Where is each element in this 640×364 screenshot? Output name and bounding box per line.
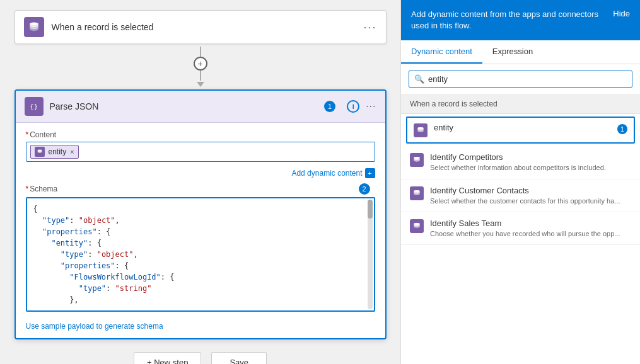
parse-title: Parse JSON [50, 101, 325, 111]
panel-item-sales-team[interactable]: Identify Sales Team Choose whether you h… [401, 212, 640, 245]
add-dynamic-row: Add dynamic content + [26, 168, 375, 178]
panel-item-identify-competitors[interactable]: Identify Competitors Select whether info… [401, 146, 640, 179]
right-panel: Add dynamic content from the apps and co… [400, 0, 640, 364]
info-button[interactable]: i [347, 100, 359, 113]
database-icon [28, 21, 40, 33]
sample-payload-link[interactable]: Use sample payload to generate schema [26, 322, 163, 331]
panel-item-icon-entity [414, 123, 428, 137]
add-step-button[interactable]: + [194, 57, 207, 71]
panel-section-label: When a record is selected [401, 94, 640, 114]
parse-json-card: {} Parse JSON 1 i ··· *Content [15, 89, 387, 339]
parse-card-header: {} Parse JSON 1 i ··· [16, 91, 385, 123]
panel-item-title-contacts: Identify Customer Contacts [430, 186, 631, 195]
panel-item-content-competitors: Identify Competitors Select whether info… [430, 152, 631, 172]
panel-item-content-sales: Identify Sales Team Choose whether you h… [430, 219, 631, 238]
connector-line [200, 47, 201, 57]
new-step-button[interactable]: + New step [134, 352, 201, 364]
search-input[interactable] [428, 74, 627, 84]
entity-item-icon [416, 126, 425, 135]
svg-text:{}: {} [30, 103, 38, 111]
panel-item-icon-contacts [410, 186, 424, 200]
search-area: 🔍 [401, 64, 640, 94]
entity-tag-icon [35, 147, 45, 157]
panel-item-desc-sales: Choose whether you have recorded who wil… [430, 229, 631, 238]
bottom-actions: + New step Save [134, 352, 267, 364]
save-button[interactable]: Save [211, 352, 267, 364]
entity-icon-svg [37, 149, 43, 155]
sales-icon [412, 222, 421, 230]
panel-item-icon-competitors [410, 153, 424, 167]
parse-icon-svg: {} [29, 101, 39, 111]
panel-item-title-competitors: Identify Competitors [430, 152, 631, 162]
search-icon: 🔍 [414, 74, 424, 84]
schema-scrollbar-thumb [368, 200, 373, 219]
content-required-mark: * [26, 130, 29, 139]
left-panel: When a record is selected ··· + {} Parse… [0, 0, 400, 364]
panel-item-desc-contacts: Select whether the customer contacts for… [430, 196, 631, 205]
trigger-card: When a record is selected ··· [15, 10, 387, 44]
parse-icon: {} [25, 97, 44, 116]
right-panel-header-text: Add dynamic content from the apps and co… [411, 9, 603, 31]
panel-item-icon-sales [410, 219, 424, 233]
panel-item-content-entity: entity [434, 123, 611, 134]
parse-card-body: *Content entity × [16, 123, 385, 338]
entity-tag-label: entity [49, 147, 67, 156]
panel-item-title-sales: Identify Sales Team [430, 219, 631, 228]
tab-expression[interactable]: Expression [482, 40, 543, 64]
trigger-icon [24, 17, 44, 37]
add-dynamic-link[interactable]: Add dynamic content [291, 169, 362, 178]
schema-label: *Schema 2 [26, 183, 375, 195]
schema-area[interactable]: { "type": "object", "properties": { "ent… [26, 197, 375, 312]
contacts-icon [412, 189, 421, 198]
connector-line-2 [200, 71, 201, 81]
trigger-menu-button[interactable]: ··· [363, 21, 376, 34]
trigger-title: When a record is selected [52, 22, 364, 32]
hide-button[interactable]: Hide [613, 9, 630, 18]
content-label: *Content [26, 130, 375, 139]
parse-header-actions: 1 i ··· [324, 100, 376, 113]
entity-tag: entity × [30, 145, 79, 159]
competitors-icon [412, 156, 421, 164]
add-dynamic-icon[interactable]: + [365, 168, 375, 178]
panel-item-content-contacts: Identify Customer Contacts Select whethe… [430, 186, 631, 205]
connector-arrow [197, 82, 204, 87]
panel-item-customer-contacts[interactable]: Identify Customer Contacts Select whethe… [401, 179, 640, 212]
step-badge-1: 1 [324, 101, 335, 112]
tab-dynamic-content[interactable]: Dynamic content [401, 40, 482, 64]
content-input-area[interactable]: entity × [26, 142, 375, 162]
panel-item-title-entity: entity [434, 123, 611, 132]
schema-label-text: *Schema [26, 185, 58, 193]
parse-menu-button[interactable]: ··· [366, 101, 376, 112]
content-field-row: *Content entity × [26, 130, 375, 162]
schema-field-row: *Schema 2 { "type": "object", "propertie… [26, 183, 375, 312]
step-badge-2: 2 [359, 183, 370, 195]
panel-tabs: Dynamic content Expression [401, 40, 640, 64]
panel-item-entity[interactable]: entity 1 [406, 117, 635, 144]
right-panel-header: Add dynamic content from the apps and co… [401, 0, 640, 40]
search-box: 🔍 [409, 71, 632, 88]
schema-scrollbar[interactable] [368, 200, 373, 309]
entity-tag-close[interactable]: × [70, 148, 74, 156]
connector: + [194, 47, 207, 87]
panel-item-desc-competitors: Select whether information about competi… [430, 163, 631, 172]
entity-badge: 1 [617, 124, 627, 134]
